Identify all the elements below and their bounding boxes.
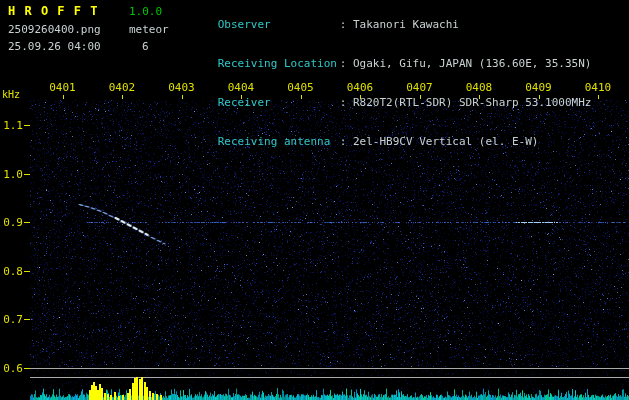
hrofft-spectrogram-window: H R O F F T 1.0.0 2509260400.png meteor …: [0, 0, 629, 400]
app-version: 1.0.0: [129, 5, 162, 18]
meteor-count-label: meteor: [129, 23, 169, 36]
info-row-antenna: Receiving antenna: 2el-HB9CV Vertical (e…: [178, 122, 591, 161]
station-info: Observer: Takanori Kawachi Receiving Loc…: [178, 5, 591, 161]
info-value: : R820T2(RTL-SDR) SDR-Sharp 53.1000MHz: [340, 96, 592, 109]
info-value: : Takanori Kawachi: [340, 18, 459, 31]
info-label: Observer: [218, 18, 340, 31]
info-value: : Ogaki, Gifu, JAPAN (136.60E, 35.35N): [340, 57, 592, 70]
meteor-count-value: 6: [142, 40, 149, 53]
info-label: Receiving Location: [218, 57, 340, 70]
info-row-receiver: Receiver: R820T2(RTL-SDR) SDR-Sharp 53.1…: [178, 83, 591, 122]
app-title: H R O F F T: [8, 4, 98, 18]
observation-datetime: 25.09.26 04:00: [8, 40, 101, 53]
info-row-observer: Observer: Takanori Kawachi: [178, 5, 591, 44]
info-value: : 2el-HB9CV Vertical (el. E-W): [340, 135, 539, 148]
output-filename: 2509260400.png: [8, 23, 101, 36]
info-row-location: Receiving Location: Ogaki, Gifu, JAPAN (…: [178, 44, 591, 83]
freq-unit-label: kHz: [2, 89, 20, 100]
info-label: Receiver: [218, 96, 340, 109]
info-label: Receiving antenna: [218, 135, 340, 148]
